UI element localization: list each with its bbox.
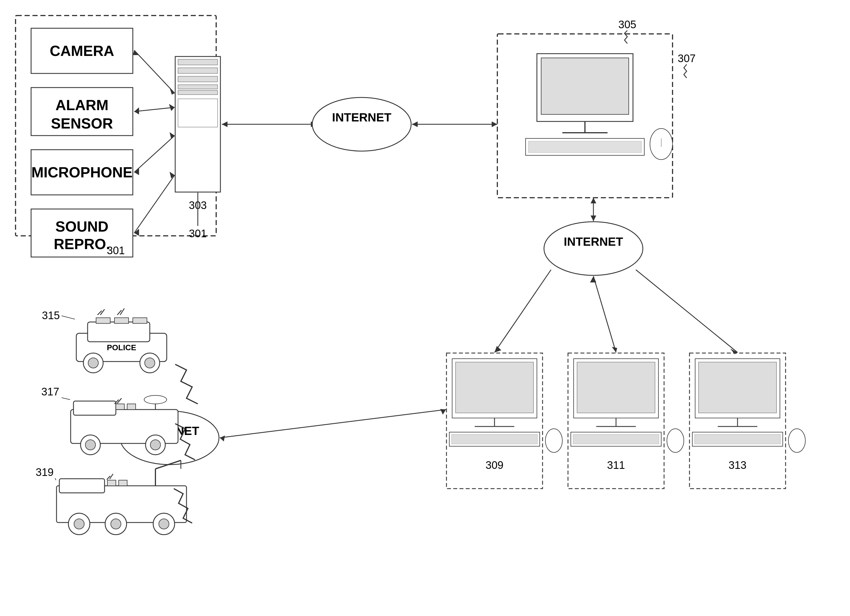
- svg-point-89: [88, 358, 98, 368]
- alarm-sensor-label-line2: SENSOR: [51, 115, 113, 132]
- diagram-container: CAMERA ALARM SENSOR MICROPHONE SOUND REP…: [0, 0, 850, 616]
- svg-point-119: [111, 519, 121, 529]
- label-301: 301: [107, 245, 125, 256]
- svg-marker-29: [492, 121, 497, 127]
- svg-line-93: [61, 316, 75, 319]
- label-313: 313: [729, 459, 746, 471]
- svg-rect-81: [96, 318, 110, 323]
- microphone-label: MICROPHONE: [31, 164, 133, 181]
- alarm-sensor-label-line1: ALARM: [55, 97, 109, 113]
- label-317: 317: [41, 386, 59, 398]
- svg-line-87: [120, 308, 124, 315]
- svg-rect-83: [133, 318, 147, 323]
- svg-line-70: [593, 276, 616, 353]
- label-305: 305: [618, 19, 636, 30]
- svg-point-59: [667, 429, 684, 453]
- svg-marker-77: [440, 409, 446, 415]
- main-diagram-svg: CAMERA ALARM SENSOR MICROPHONE SOUND REP…: [0, 0, 850, 616]
- label-307: 307: [678, 52, 696, 64]
- internet-middle-label: INTERNET: [564, 235, 623, 248]
- svg-marker-72: [590, 276, 596, 283]
- svg-rect-7: [178, 68, 218, 73]
- svg-point-121: [159, 519, 169, 529]
- label-301-bottom: 301: [189, 228, 207, 239]
- svg-marker-26: [222, 121, 227, 127]
- svg-rect-113: [119, 480, 127, 486]
- svg-point-27: [312, 97, 411, 151]
- svg-point-97: [144, 395, 167, 404]
- svg-rect-62: [699, 362, 777, 413]
- sound-repro-label-line1: SOUND: [55, 218, 109, 235]
- svg-point-67: [789, 429, 805, 453]
- svg-marker-42: [591, 215, 596, 221]
- sound-repro-label-line2: REPRO.: [54, 236, 110, 252]
- svg-point-103: [85, 440, 96, 450]
- svg-rect-54: [577, 362, 655, 413]
- svg-marker-43: [591, 198, 596, 203]
- svg-line-85: [100, 309, 105, 315]
- svg-rect-112: [108, 480, 116, 486]
- svg-rect-58: [573, 434, 659, 444]
- svg-line-76: [220, 410, 446, 438]
- label-311: 311: [607, 459, 625, 471]
- label-309: 309: [485, 459, 503, 471]
- svg-rect-9: [178, 85, 218, 89]
- svg-rect-33: [541, 58, 629, 114]
- svg-marker-71: [612, 347, 617, 353]
- svg-line-73: [636, 270, 738, 353]
- svg-rect-82: [114, 318, 129, 323]
- svg-marker-30: [412, 121, 418, 127]
- svg-marker-78: [220, 435, 225, 441]
- camera-label: CAMERA: [50, 43, 114, 59]
- svg-line-68: [494, 270, 551, 353]
- svg-point-117: [74, 519, 84, 529]
- svg-line-106: [61, 398, 70, 400]
- svg-rect-98: [116, 404, 124, 410]
- svg-rect-108: [59, 479, 105, 493]
- svg-rect-80: [88, 322, 150, 342]
- svg-text:POLICE: POLICE: [107, 343, 136, 352]
- svg-rect-37: [528, 141, 642, 153]
- svg-point-40: [544, 222, 643, 275]
- svg-rect-6: [178, 59, 218, 65]
- svg-line-122: [55, 478, 56, 480]
- internet-top-label: INTERNET: [332, 111, 391, 124]
- svg-rect-46: [455, 362, 534, 413]
- svg-rect-8: [178, 76, 218, 82]
- svg-point-51: [545, 429, 562, 453]
- svg-point-91: [145, 358, 155, 368]
- label-319: 319: [36, 466, 54, 478]
- svg-rect-66: [694, 434, 781, 444]
- svg-rect-11: [178, 99, 218, 127]
- svg-rect-99: [127, 404, 136, 410]
- svg-point-105: [150, 440, 160, 450]
- svg-rect-50: [452, 434, 537, 444]
- label-315: 315: [42, 309, 60, 321]
- svg-rect-10: [178, 90, 218, 95]
- svg-rect-95: [73, 401, 116, 415]
